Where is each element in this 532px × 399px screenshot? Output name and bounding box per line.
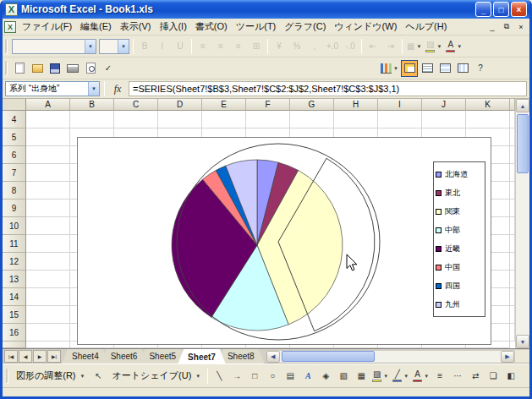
cell[interactable] xyxy=(26,146,70,164)
workbook-close-button[interactable]: × xyxy=(514,21,528,33)
menu-item-ウィンドウ(W)[interactable]: ウィンドウ(W) xyxy=(330,19,401,35)
cell[interactable] xyxy=(26,128,70,146)
chart-object[interactable]: 北海道東北関東中部近畿中国四国九州 xyxy=(77,137,491,345)
name-box-dropdown-icon[interactable]: ▼ xyxy=(88,82,99,96)
tab-scroll-prev-button[interactable]: ◀ xyxy=(19,350,32,363)
line-style-button[interactable]: ≡ xyxy=(431,368,448,385)
column-header-E[interactable]: E xyxy=(202,99,246,111)
row-header-16[interactable]: 16 xyxy=(3,324,26,342)
cell[interactable] xyxy=(26,164,70,182)
cell[interactable] xyxy=(26,271,70,288)
row-header-12[interactable]: 12 xyxy=(3,253,26,271)
scroll-up-button[interactable]: ▲ xyxy=(516,99,529,112)
cell[interactable] xyxy=(114,111,158,128)
data-table-button[interactable] xyxy=(419,60,436,77)
cell[interactable] xyxy=(70,111,114,128)
legend-item-北海道[interactable]: 北海道 xyxy=(436,165,483,183)
row-header-10[interactable]: 10 xyxy=(3,217,26,235)
cell[interactable] xyxy=(422,111,466,128)
row-header-14[interactable]: 14 xyxy=(3,288,26,306)
cell[interactable] xyxy=(378,111,422,128)
column-header-D[interactable]: D xyxy=(158,99,202,111)
name-box[interactable]: 系列 “出身地” ▼ xyxy=(5,81,100,96)
column-header-J[interactable]: J xyxy=(422,99,466,111)
combo-dropdown-icon[interactable]: ▼ xyxy=(118,40,129,53)
align-center-button[interactable]: ≡ xyxy=(212,38,229,55)
legend-item-中国[interactable]: 中国 xyxy=(436,258,483,276)
3d-style-button[interactable]: ◧ xyxy=(502,368,519,385)
decrease-decimal-button[interactable]: -.0 xyxy=(342,38,359,55)
underline-button[interactable]: U xyxy=(172,38,189,55)
tab-scroll-first-button[interactable]: |◀ xyxy=(4,350,18,363)
scroll-down-button[interactable]: ▼ xyxy=(516,335,529,348)
increase-decimal-button[interactable]: +.0 xyxy=(324,38,341,55)
menu-item-グラフ(C)[interactable]: グラフ(C) xyxy=(280,19,330,35)
cell[interactable] xyxy=(26,253,70,271)
menu-item-ファイル(F)[interactable]: ファイル(F) xyxy=(18,19,76,35)
legend-item-関東[interactable]: 関東 xyxy=(436,202,483,221)
autoshapes-menu-button[interactable]: オートシェイプ(U)▼ xyxy=(107,368,205,385)
by-row-button[interactable] xyxy=(436,60,453,77)
picture-button[interactable]: ▦ xyxy=(353,368,370,385)
print-preview-button[interactable] xyxy=(82,60,99,77)
arrow-button[interactable]: → xyxy=(228,368,245,385)
row-header-7[interactable]: 7 xyxy=(3,164,26,182)
menu-item-表示(V)[interactable]: 表示(V) xyxy=(116,19,156,35)
select-all-corner[interactable] xyxy=(3,99,26,111)
toolbar-grip[interactable] xyxy=(5,61,8,76)
chart-type-button[interactable]: ▼ xyxy=(379,60,400,77)
toolbar-grip[interactable] xyxy=(6,369,8,384)
tab-scroll-last-button[interactable]: ▶| xyxy=(47,350,61,363)
legend-item-四国[interactable]: 四国 xyxy=(436,276,483,295)
minimize-button[interactable]: _ xyxy=(475,2,491,17)
column-header-H[interactable]: H xyxy=(334,99,378,111)
cell[interactable] xyxy=(334,111,378,128)
cell[interactable] xyxy=(158,111,202,128)
font-size-combo[interactable]: ▼ xyxy=(99,39,129,54)
chart-legend[interactable]: 北海道東北関東中部近畿中国四国九州 xyxy=(433,161,485,317)
font-color-button[interactable]: A▼ xyxy=(411,368,431,385)
insert-function-button[interactable]: fx xyxy=(109,81,126,96)
font-name-combo[interactable]: ▼ xyxy=(12,39,96,54)
column-header-C[interactable]: C xyxy=(114,99,158,111)
rectangle-button[interactable]: □ xyxy=(246,368,263,385)
cell[interactable] xyxy=(26,324,70,342)
cell[interactable] xyxy=(202,111,246,128)
column-header-G[interactable]: G xyxy=(290,99,334,111)
column-header-F[interactable]: F xyxy=(246,99,290,111)
help-button[interactable]: ? xyxy=(472,60,489,77)
cell[interactable] xyxy=(26,182,70,200)
save-button[interactable] xyxy=(47,60,63,77)
cell[interactable] xyxy=(26,217,70,235)
row-header-5[interactable]: 5 xyxy=(3,128,26,146)
bold-button[interactable]: B xyxy=(136,38,153,55)
horizontal-scrollbar[interactable]: ◀ ▶ xyxy=(266,350,515,363)
menu-item-編集(E)[interactable]: 編集(E) xyxy=(76,19,116,35)
cell[interactable] xyxy=(290,111,334,128)
cell[interactable] xyxy=(466,111,510,128)
menu-item-ツール(T)[interactable]: ツール(T) xyxy=(232,19,281,35)
by-column-button[interactable] xyxy=(454,60,471,77)
menu-item-挿入(I)[interactable]: 挿入(I) xyxy=(155,19,190,35)
workbook-restore-button[interactable]: ⧉ xyxy=(500,21,513,33)
menu-item-書式(O)[interactable]: 書式(O) xyxy=(191,19,232,35)
align-right-button[interactable]: ≡ xyxy=(230,38,247,55)
align-left-button[interactable]: ≡ xyxy=(195,38,211,55)
column-header-B[interactable]: B xyxy=(70,99,114,111)
sheet-tab-Sheet7[interactable]: Sheet7 xyxy=(178,349,226,364)
row-header-15[interactable]: 15 xyxy=(3,306,26,324)
arrow-style-button[interactable]: ⇄ xyxy=(467,368,484,385)
fill-color-button[interactable]: ▨▼ xyxy=(424,38,443,55)
font-color-button[interactable]: A▼ xyxy=(444,38,463,55)
borders-button[interactable]: ▦▼ xyxy=(405,38,423,55)
legend-item-近畿[interactable]: 近畿 xyxy=(436,239,483,258)
line-button[interactable]: ╲ xyxy=(211,368,228,385)
maximize-button[interactable]: □ xyxy=(493,2,509,17)
vertical-scroll-thumb[interactable] xyxy=(517,114,529,173)
row-header-6[interactable]: 6 xyxy=(3,146,26,164)
spelling-button[interactable]: ✓ xyxy=(100,60,117,77)
currency-style-button[interactable]: ¥ xyxy=(271,38,288,55)
tab-scroll-next-button[interactable]: ▶ xyxy=(33,350,47,363)
wordart-button[interactable]: A xyxy=(299,368,316,385)
close-button[interactable]: × xyxy=(511,2,527,17)
